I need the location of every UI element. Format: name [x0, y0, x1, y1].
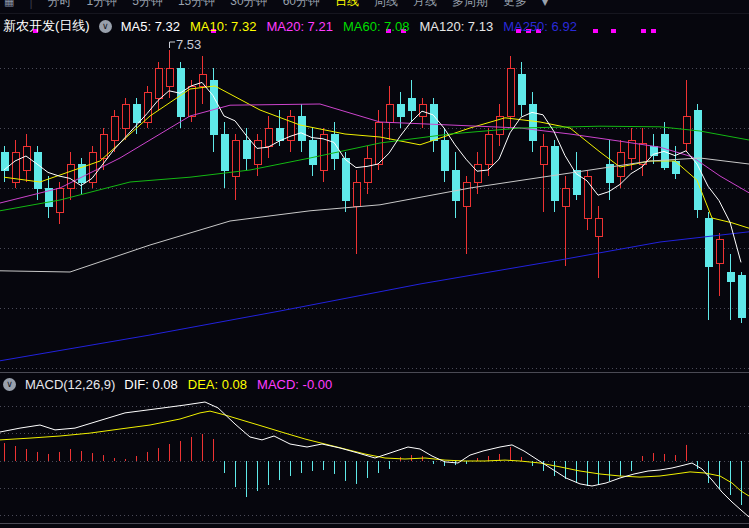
legend-item-ma5: MA5: 7.32	[121, 19, 180, 34]
legend-item-dea: DEA: 0.08	[188, 377, 247, 392]
candle-up	[353, 182, 360, 206]
candle-up	[419, 104, 426, 116]
candle-down	[727, 272, 734, 281]
candle-up	[122, 104, 129, 128]
candle-up	[100, 134, 107, 158]
candle-up	[595, 218, 602, 236]
candle-down	[408, 98, 415, 110]
stock-title: 新农开发(日线)	[3, 17, 90, 35]
candle-down	[430, 104, 437, 140]
candle-up	[166, 68, 173, 86]
candle-down	[177, 68, 184, 116]
candle-down	[529, 104, 536, 140]
candle-down	[694, 110, 701, 209]
period-tab-月线[interactable]: 月线	[413, 0, 437, 10]
chevron-down-icon[interactable]: ∨	[99, 20, 112, 33]
candle-up	[562, 188, 569, 206]
candle-up	[639, 143, 646, 164]
candle-up	[364, 158, 371, 182]
legend-item-ma20: MA20: 7.21	[266, 19, 333, 34]
candle-down	[34, 152, 41, 188]
candle-up	[485, 134, 492, 164]
chevron-down-icon[interactable]: ∨	[3, 378, 16, 391]
candle-up	[12, 152, 19, 182]
high-price-label: 7.53	[176, 37, 201, 52]
candle-up	[111, 116, 118, 140]
period-tab-5分钟[interactable]: 5分钟	[132, 0, 163, 10]
indicator-name: MACD(12,26,9)	[25, 377, 115, 392]
period-tab-30分钟[interactable]: 30分钟	[230, 0, 267, 10]
dif-line	[0, 402, 749, 517]
period-tab-分时[interactable]: 分时	[48, 0, 72, 10]
candle-down	[738, 275, 745, 317]
candle-down	[243, 140, 250, 158]
candle-down	[309, 140, 316, 164]
legend-item-dif: DIF: 0.08	[124, 377, 177, 392]
candlestick-macd-chart[interactable]: 7.53	[0, 0, 749, 528]
legend-item-ma250: MA250: 6.92	[503, 19, 577, 34]
candle-up	[188, 86, 195, 116]
legend-item-ma60: MA60: 7.08	[343, 19, 410, 34]
candle-down	[672, 161, 679, 173]
candle-down	[452, 170, 459, 200]
candle-up	[463, 182, 470, 206]
window-grid-icon[interactable]: ▦	[4, 0, 14, 8]
period-tab-15分钟[interactable]: 15分钟	[178, 0, 215, 10]
period-tab-60分钟[interactable]: 60分钟	[283, 0, 320, 10]
candle-up	[254, 140, 261, 164]
candle-down	[298, 116, 305, 140]
candle-down	[210, 80, 217, 134]
candle-up	[232, 140, 239, 176]
ma-legend: MA5: 7.32MA10: 7.32MA20: 7.21MA60: 7.08M…	[121, 19, 577, 34]
legend-item-ma120: MA120: 7.13	[419, 19, 493, 34]
candle-up	[540, 146, 547, 164]
macd-legend: DIF: 0.08DEA: 0.08MACD: -0.00	[124, 377, 332, 392]
period-tab-日线[interactable]: 日线	[335, 0, 359, 10]
candle-down	[661, 134, 668, 167]
candle-up	[155, 68, 162, 98]
legend-item-ma10: MA10: 7.32	[190, 19, 257, 34]
high-marker-tick	[170, 42, 176, 48]
period-tab-更多[interactable]: 更多	[503, 0, 527, 10]
period-tabs: ▦ | 分时1分钟5分钟15分钟30分钟60分钟日线周线月线多周期更多▾	[0, 0, 749, 10]
candle-up	[386, 104, 393, 122]
candle-down	[221, 134, 228, 170]
period-tab-多周期[interactable]: 多周期	[452, 0, 488, 10]
candle-down	[518, 74, 525, 104]
candle-down	[133, 104, 140, 122]
candle-up	[716, 239, 723, 263]
period-tab-1分钟[interactable]: 1分钟	[87, 0, 118, 10]
period-toolbar: ▦ | 分时1分钟5分钟15分钟30分钟60分钟日线周线月线多周期更多▾	[0, 0, 749, 14]
candle-down	[276, 128, 283, 140]
tdx-chart-window: ▦ | 分时1分钟5分钟15分钟30分钟60分钟日线周线月线多周期更多▾ 新农开…	[0, 0, 749, 528]
more-caret-icon[interactable]: ▾	[542, 0, 548, 9]
toolbar-divider: |	[29, 0, 32, 9]
candle-down	[441, 140, 448, 170]
chart-header: 新农开发(日线) ∨ MA5: 7.32MA10: 7.32MA20: 7.21…	[0, 13, 749, 39]
candle-down	[551, 146, 558, 200]
candle-down	[397, 104, 404, 116]
legend-item-macd: MACD: -0.00	[257, 377, 332, 392]
period-tab-周线[interactable]: 周线	[374, 0, 398, 10]
candle-up	[507, 68, 514, 116]
candle-down	[342, 158, 349, 200]
macd-header: ∨ MACD(12,26,9) DIF: 0.08DEA: 0.08MACD: …	[0, 375, 749, 394]
candle-up	[617, 152, 624, 176]
candle-up	[144, 92, 151, 122]
candle-up	[265, 128, 272, 146]
candle-up	[199, 74, 206, 86]
ma-line-ma5	[4, 82, 741, 262]
candle-up	[584, 176, 591, 218]
ma-line-ma120	[0, 158, 749, 272]
candle-down	[705, 218, 712, 266]
ma-line-ma250	[0, 232, 749, 361]
dea-line	[0, 411, 749, 496]
candle-up	[474, 164, 481, 182]
